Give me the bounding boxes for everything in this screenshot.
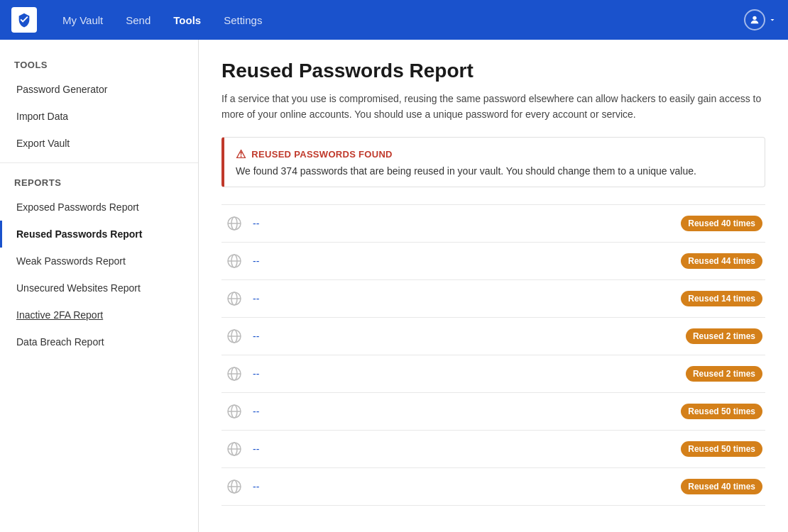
reused-badge: Reused 2 times [686, 328, 762, 344]
report-list: -- Reused 40 times -- Reused 44 times --… [221, 204, 765, 506]
reused-badge: Reused 50 times [681, 404, 762, 419]
row-name[interactable]: -- [253, 406, 672, 417]
sidebar-item-password-generator[interactable]: Password Generator [0, 76, 198, 103]
globe-icon [224, 251, 244, 271]
globe-icon [224, 326, 244, 346]
sidebar-item-weak-passwords[interactable]: Weak Passwords Report [0, 248, 198, 275]
page-description: If a service that you use is compromised… [221, 91, 765, 123]
svg-point-0 [753, 16, 756, 20]
row-name[interactable]: -- [253, 368, 677, 379]
table-row: -- Reused 50 times [221, 393, 765, 431]
top-navigation: My Vault Send Tools Settings [0, 0, 788, 40]
row-name[interactable]: -- [253, 481, 672, 492]
nav-send[interactable]: Send [117, 9, 159, 32]
sidebar-divider [0, 162, 198, 163]
table-row: -- Reused 44 times [221, 243, 765, 280]
main-content: Reused Passwords Report If a service tha… [199, 40, 788, 532]
alert-text: We found 374 passwords that are being re… [236, 165, 753, 177]
table-row: -- Reused 40 times [221, 205, 765, 243]
alert-box: ⚠ REUSED PASSWORDS FOUND We found 374 pa… [221, 137, 765, 187]
globe-icon [224, 364, 244, 384]
row-name[interactable]: -- [253, 293, 672, 304]
warning-icon: ⚠ [236, 148, 246, 161]
alert-title-text: REUSED PASSWORDS FOUND [251, 149, 392, 160]
sidebar-item-reused-passwords[interactable]: Reused Passwords Report [0, 221, 198, 248]
row-name[interactable]: -- [253, 331, 677, 342]
chevron-down-icon [768, 16, 777, 24]
tools-section-header: TOOLS [0, 51, 198, 76]
row-name[interactable]: -- [253, 255, 672, 267]
reused-badge: Reused 40 times [681, 216, 762, 231]
alert-title: ⚠ REUSED PASSWORDS FOUND [236, 148, 753, 161]
reused-badge: Reused 50 times [681, 441, 762, 457]
sidebar-item-exposed-passwords[interactable]: Exposed Passwords Report [0, 194, 198, 221]
globe-icon [224, 401, 244, 421]
table-row: -- Reused 2 times [221, 355, 765, 393]
globe-icon [224, 214, 244, 233]
sidebar: TOOLS Password Generator Import Data Exp… [0, 40, 199, 532]
sidebar-item-unsecured-websites[interactable]: Unsecured Websites Report [0, 275, 198, 301]
row-name[interactable]: -- [253, 218, 672, 229]
row-name[interactable]: -- [253, 443, 672, 455]
globe-icon [224, 439, 244, 459]
reused-badge: Reused 14 times [681, 291, 762, 306]
sidebar-item-inactive-2fa[interactable]: Inactive 2FA Report [0, 301, 198, 328]
nav-tools[interactable]: Tools [165, 9, 209, 32]
reused-badge: Reused 40 times [681, 479, 762, 494]
page-title: Reused Passwords Report [221, 60, 765, 82]
table-row: -- Reused 40 times [221, 468, 765, 506]
nav-links: My Vault Send Tools Settings [54, 9, 727, 32]
user-avatar [744, 9, 765, 31]
sidebar-item-data-breach[interactable]: Data Breach Report [0, 328, 198, 355]
nav-settings[interactable]: Settings [215, 9, 270, 32]
reused-badge: Reused 2 times [686, 366, 762, 382]
table-row: -- Reused 14 times [221, 280, 765, 318]
sidebar-item-import-data[interactable]: Import Data [0, 103, 198, 130]
logo [11, 7, 37, 33]
nav-my-vault[interactable]: My Vault [54, 9, 111, 32]
reports-section-header: REPORTS [0, 169, 198, 194]
app-layout: TOOLS Password Generator Import Data Exp… [0, 40, 788, 532]
table-row: -- Reused 50 times [221, 431, 765, 468]
globe-icon [224, 477, 244, 497]
reused-badge: Reused 44 times [681, 253, 762, 269]
globe-icon [224, 289, 244, 309]
table-row: -- Reused 2 times [221, 318, 765, 355]
user-menu[interactable] [744, 9, 777, 31]
sidebar-item-export-vault[interactable]: Export Vault [0, 130, 198, 157]
